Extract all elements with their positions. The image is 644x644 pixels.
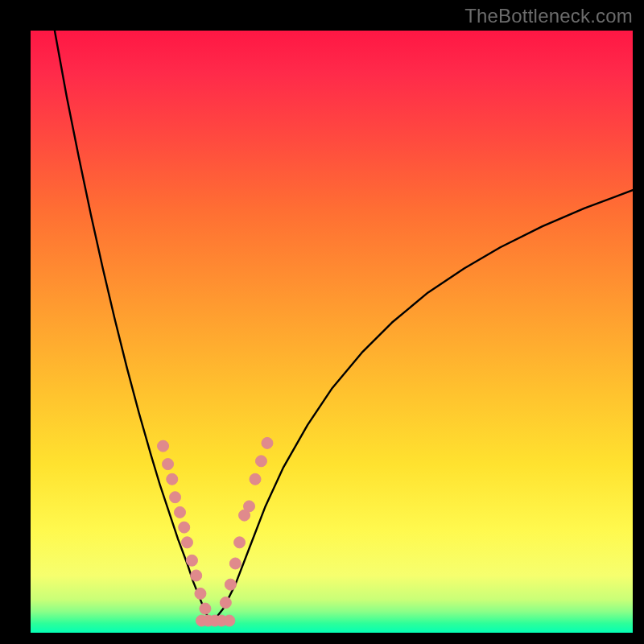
watermark-text: TheBottleneck.com xyxy=(464,5,633,27)
marker-point xyxy=(179,522,190,533)
marker-point xyxy=(250,473,261,485)
marker-point xyxy=(175,506,186,518)
marker-point xyxy=(220,597,231,609)
marker-point xyxy=(244,501,255,512)
marker-point xyxy=(229,558,241,569)
chart-plot-area xyxy=(31,31,633,633)
marker-point xyxy=(195,588,206,599)
chart-svg xyxy=(31,31,633,633)
marker-point xyxy=(181,537,192,548)
marker-point xyxy=(234,537,246,548)
chart-frame: TheBottleneck.com xyxy=(0,0,644,644)
marker-point xyxy=(167,473,178,485)
marker-point xyxy=(225,579,236,590)
marker-point xyxy=(186,555,197,566)
marker-point xyxy=(163,459,174,470)
marker-point xyxy=(170,492,181,503)
marker-point xyxy=(262,437,273,448)
marker-point xyxy=(224,615,235,626)
marker-point xyxy=(200,603,211,614)
marker-point xyxy=(255,456,266,467)
svg-rect-0 xyxy=(31,31,633,633)
marker-point xyxy=(191,570,202,581)
marker-point xyxy=(158,440,169,452)
